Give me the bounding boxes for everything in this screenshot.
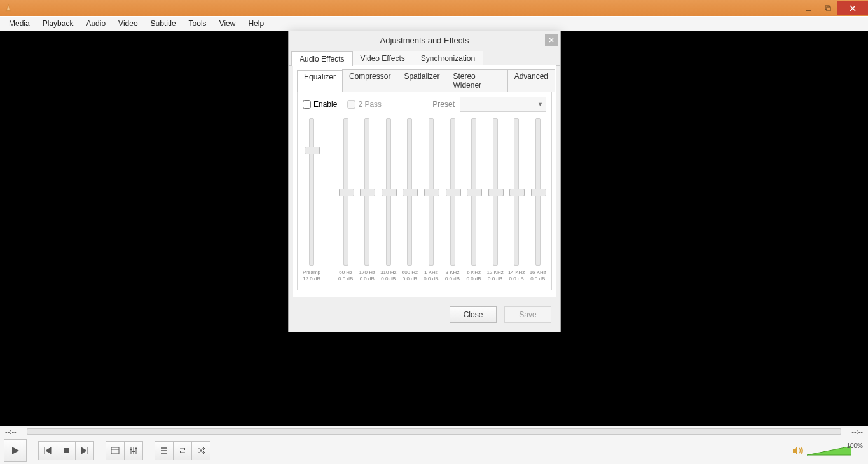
- shuffle-button[interactable]: [191, 441, 210, 460]
- equalizer-panel: Enable 2 Pass Preset ▼ Preamp12.0 dB60 H…: [297, 92, 552, 290]
- seek-bar[interactable]: [27, 428, 842, 435]
- subtab-advanced[interactable]: Advanced: [507, 69, 555, 92]
- previous-button[interactable]: [38, 441, 57, 460]
- band-2: 310 Hz0.0 dB: [380, 118, 397, 282]
- band-7-freq-label: 12 KHz: [487, 270, 504, 276]
- band-3-freq-label: 600 Hz: [402, 270, 418, 276]
- menu-subtitle[interactable]: Subtitle: [144, 18, 183, 29]
- band-0: 60 Hz0.0 dB: [337, 118, 354, 282]
- menu-audio[interactable]: Audio: [79, 18, 112, 29]
- band-2-slider[interactable]: [386, 118, 391, 266]
- minimize-button[interactable]: [799, 1, 818, 15]
- tab-video-effects[interactable]: Video Effects: [352, 51, 413, 65]
- band-9-slider[interactable]: [535, 118, 541, 266]
- band-7-slider[interactable]: [493, 118, 498, 266]
- vlc-cone-icon: [4, 4, 13, 13]
- chevron-down-icon: ▼: [537, 101, 543, 107]
- playlist-button[interactable]: [155, 441, 173, 460]
- svg-rect-3: [827, 7, 830, 11]
- dialog-close-button[interactable]: [545, 34, 558, 46]
- band-2-freq-label: 310 Hz: [380, 270, 396, 276]
- band-7-thumb[interactable]: [488, 189, 504, 196]
- volume-percent: 100%: [846, 442, 863, 449]
- save-btn-label: Save: [519, 310, 536, 319]
- enable-checkbox-input[interactable]: [303, 100, 311, 109]
- tab-synchronization[interactable]: Synchronization: [413, 51, 483, 65]
- band-4-thumb[interactable]: [424, 189, 439, 196]
- band-4-freq-label: 1 KHz: [424, 270, 438, 276]
- band-5-slider[interactable]: [450, 118, 455, 266]
- subtab-stereo-widener[interactable]: Stereo Widener: [446, 69, 507, 92]
- fullscreen-button[interactable]: [106, 441, 124, 460]
- band-3-db-label: 0.0 dB: [403, 276, 417, 282]
- menu-media[interactable]: Media: [3, 18, 36, 29]
- band-6-thumb[interactable]: [467, 189, 482, 196]
- preset-label: Preset: [432, 100, 455, 109]
- dialog-title-text: Adjustments and Effects: [380, 36, 469, 45]
- band-1-freq-label: 170 Hz: [359, 270, 375, 276]
- band-3-slider[interactable]: [407, 118, 412, 266]
- band-6-slider[interactable]: [471, 118, 476, 266]
- band-5-thumb[interactable]: [446, 189, 461, 196]
- band-1-db-label: 0.0 dB: [360, 276, 375, 282]
- volume-slider[interactable]: [807, 445, 851, 456]
- band-3-thumb[interactable]: [403, 189, 418, 196]
- svg-rect-10: [130, 449, 132, 450]
- subtab-equalizer[interactable]: Equalizer: [297, 70, 343, 92]
- band-9-db-label: 0.0 dB: [530, 276, 545, 282]
- band-4-slider[interactable]: [429, 118, 434, 266]
- band-8: 14 KHz0.0 dB: [508, 118, 525, 282]
- dialog-save-btn: Save: [504, 306, 551, 323]
- preset-combo[interactable]: ▼: [460, 97, 546, 112]
- close-button[interactable]: [837, 1, 868, 15]
- tab-audio-effects[interactable]: Audio Effects: [291, 51, 353, 66]
- band-0-slider[interactable]: [343, 118, 348, 266]
- menu-view[interactable]: View: [213, 18, 242, 29]
- band-7-db-label: 0.0 dB: [488, 276, 502, 282]
- menu-help[interactable]: Help: [242, 18, 270, 29]
- band-6-freq-label: 6 KHz: [467, 270, 481, 276]
- menu-playback[interactable]: Playback: [36, 18, 80, 29]
- extended-settings-button[interactable]: [124, 441, 143, 460]
- band-7: 12 KHz0.0 dB: [486, 118, 504, 282]
- band-8-thumb[interactable]: [509, 189, 525, 196]
- preamp-thumb[interactable]: [305, 147, 320, 154]
- next-button[interactable]: [75, 441, 94, 460]
- band-1-slider[interactable]: [364, 118, 369, 266]
- band-8-slider[interactable]: [514, 118, 519, 266]
- audio-subtabs: EqualizerCompressorSpatializerStereo Wid…: [294, 67, 555, 92]
- menubar: MediaPlaybackAudioVideoSubtitleToolsView…: [0, 16, 868, 31]
- controls-bar: 100%: [0, 437, 868, 464]
- preamp-db-label: 12.0 dB: [303, 276, 320, 282]
- subtab-compressor[interactable]: Compressor: [342, 69, 397, 92]
- band-4: 1 KHz0.0 dB: [423, 118, 440, 282]
- subtab-spatializer[interactable]: Spatializer: [397, 69, 446, 92]
- two-pass-checkbox: 2 Pass: [347, 100, 382, 109]
- band-0-freq-label: 60 Hz: [339, 270, 352, 276]
- enable-checkbox[interactable]: Enable: [303, 100, 337, 109]
- preamp-freq-label: Preamp: [303, 270, 320, 276]
- two-pass-label: 2 Pass: [358, 100, 382, 109]
- band-2-thumb[interactable]: [382, 189, 397, 196]
- dialog-close-btn[interactable]: Close: [450, 306, 497, 323]
- preamp-slider[interactable]: [309, 118, 314, 266]
- band-6: 6 KHz0.0 dB: [465, 118, 483, 282]
- adjustments-effects-dialog: Adjustments and Effects Audio EffectsVid…: [288, 31, 561, 332]
- band-6-db-label: 0.0 dB: [466, 276, 481, 282]
- speaker-icon[interactable]: [792, 445, 803, 456]
- menu-tools[interactable]: Tools: [183, 18, 213, 29]
- band-9-thumb[interactable]: [531, 189, 546, 196]
- band-0-thumb[interactable]: [339, 189, 354, 196]
- svg-rect-0: [6, 10, 11, 11]
- loop-button[interactable]: [173, 441, 191, 460]
- band-1-thumb[interactable]: [360, 189, 375, 196]
- statusbar: --:-- --:--: [0, 426, 868, 437]
- menu-video[interactable]: Video: [112, 18, 144, 29]
- maximize-button[interactable]: [818, 1, 837, 15]
- play-button[interactable]: [4, 439, 27, 462]
- band-5-db-label: 0.0 dB: [445, 276, 460, 282]
- time-elapsed[interactable]: --:--: [3, 428, 19, 435]
- stop-button[interactable]: [57, 441, 75, 460]
- dialog-tabstrip: Audio EffectsVideo EffectsSynchronizatio…: [289, 49, 560, 66]
- time-total[interactable]: --:--: [849, 428, 865, 435]
